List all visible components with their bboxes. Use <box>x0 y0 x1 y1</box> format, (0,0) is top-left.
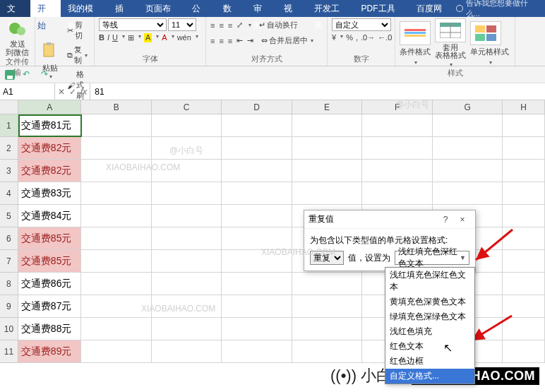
row-header[interactable]: 4 <box>0 182 18 205</box>
align-center-button[interactable]: ≡ <box>219 37 223 45</box>
fill-color-button[interactable]: A <box>144 33 152 42</box>
cell[interactable] <box>433 182 503 205</box>
cell[interactable] <box>81 273 151 295</box>
cell[interactable] <box>222 137 292 160</box>
save-icon[interactable] <box>4 69 16 81</box>
wrap-text-button[interactable]: ↵ 自动换行 <box>256 18 301 32</box>
format-option[interactable]: 红色文本 <box>385 339 474 354</box>
cell[interactable] <box>503 340 545 363</box>
bold-button[interactable]: B <box>99 33 104 42</box>
phonetic-button[interactable]: wén <box>177 33 191 42</box>
underline-button[interactable]: U <box>112 33 118 42</box>
row-header[interactable]: 9 <box>0 295 18 318</box>
col-header-h[interactable]: H <box>503 100 545 114</box>
cell[interactable] <box>292 137 362 160</box>
percent-button[interactable]: % <box>346 33 353 42</box>
tell-me[interactable]: 告诉我您想要做什么... <box>456 0 539 19</box>
decrease-decimal-button[interactable]: ←.0 <box>378 33 392 42</box>
italic-button[interactable]: I <box>107 33 109 42</box>
cell[interactable] <box>81 182 151 205</box>
indent-inc-button[interactable]: ⇥ <box>247 36 253 45</box>
dialog-help-button[interactable]: ? <box>437 215 454 225</box>
cell[interactable] <box>503 318 545 340</box>
cell[interactable] <box>433 160 503 182</box>
col-header-a[interactable]: A <box>18 100 82 114</box>
cell[interactable] <box>292 114 362 137</box>
cell[interactable] <box>222 340 292 363</box>
cell[interactable] <box>292 182 362 205</box>
cell[interactable] <box>503 182 545 205</box>
cell[interactable] <box>222 160 292 182</box>
cell[interactable] <box>222 273 292 295</box>
cell[interactable] <box>222 205 292 227</box>
cell[interactable] <box>222 227 292 250</box>
cell[interactable] <box>81 114 151 137</box>
cut-button[interactable]: ✂ 剪切 <box>64 18 91 42</box>
cell[interactable] <box>292 318 362 340</box>
currency-button[interactable]: ¥ <box>332 33 336 42</box>
cell[interactable] <box>222 182 292 205</box>
cell[interactable] <box>222 295 292 318</box>
comma-button[interactable]: , <box>356 33 358 42</box>
cell[interactable] <box>81 160 151 182</box>
undo-icon[interactable]: ↶ <box>23 69 34 81</box>
cell[interactable] <box>292 273 362 295</box>
cell[interactable] <box>362 114 432 137</box>
cell[interactable] <box>81 295 151 318</box>
cell[interactable] <box>503 205 545 227</box>
cell[interactable] <box>503 295 545 318</box>
cell[interactable] <box>362 182 432 205</box>
select-all-corner[interactable] <box>0 100 18 114</box>
cell[interactable] <box>152 114 222 137</box>
cell[interactable] <box>222 318 292 340</box>
cell[interactable] <box>81 340 151 363</box>
tab-pdf[interactable]: PDF工具集 <box>354 0 409 17</box>
align-top-button[interactable]: ≡ <box>210 21 215 30</box>
row-header[interactable]: 8 <box>0 273 18 295</box>
format-option[interactable]: 自定义格式... <box>385 369 474 384</box>
cell-styles-button[interactable]: 单元格样式▾ <box>470 21 509 66</box>
cell[interactable] <box>222 250 292 273</box>
wechat-icon[interactable] <box>7 18 28 40</box>
cell[interactable] <box>152 318 222 340</box>
cell[interactable] <box>152 295 222 318</box>
cell[interactable] <box>503 227 545 250</box>
conditional-format-button[interactable]: 条件格式▾ <box>400 21 431 66</box>
cell[interactable] <box>81 205 151 227</box>
cell[interactable] <box>292 295 362 318</box>
row-header[interactable]: 3 <box>0 160 18 182</box>
cell[interactable]: 交通费83元 <box>18 182 82 205</box>
cell[interactable]: 交通费81元 <box>18 114 82 137</box>
cell[interactable] <box>152 227 222 250</box>
format-with-select[interactable]: 浅红填充色深红色文本 ▼ <box>395 251 469 265</box>
row-header[interactable]: 7 <box>0 250 18 273</box>
redo-icon[interactable]: ↷ <box>41 69 52 81</box>
cell[interactable] <box>362 160 432 182</box>
cell[interactable]: 交通费86元 <box>18 273 82 295</box>
align-right-button[interactable]: ≡ <box>228 37 232 45</box>
cell[interactable] <box>81 250 151 273</box>
cell[interactable]: 交通费87元 <box>18 295 82 318</box>
cell[interactable] <box>503 137 545 160</box>
tab-insert[interactable]: 插入 <box>108 0 138 17</box>
cell[interactable]: 交通费82元 <box>18 137 82 160</box>
tab-templates[interactable]: 我的模板 <box>61 0 107 17</box>
row-header[interactable]: 1 <box>0 114 18 137</box>
increase-decimal-button[interactable]: .0→ <box>361 33 375 42</box>
col-header-d[interactable]: D <box>222 100 292 114</box>
cancel-formula-icon[interactable]: ✕ <box>58 87 65 97</box>
cell[interactable] <box>81 227 151 250</box>
tab-data[interactable]: 数据 <box>216 0 246 17</box>
format-option[interactable]: 浅红填充色深红色文本 <box>385 268 474 295</box>
col-header-f[interactable]: F <box>362 100 432 114</box>
cell[interactable] <box>152 137 222 160</box>
formula-input[interactable] <box>95 87 541 97</box>
cell[interactable] <box>292 340 362 363</box>
cell[interactable]: 交通费85元 <box>18 227 82 250</box>
paste-icon[interactable] <box>40 42 61 63</box>
cell[interactable] <box>152 182 222 205</box>
font-name-select[interactable]: 等线 <box>99 18 167 31</box>
cell[interactable] <box>152 250 222 273</box>
cell[interactable] <box>503 114 545 137</box>
cell[interactable] <box>152 205 222 227</box>
